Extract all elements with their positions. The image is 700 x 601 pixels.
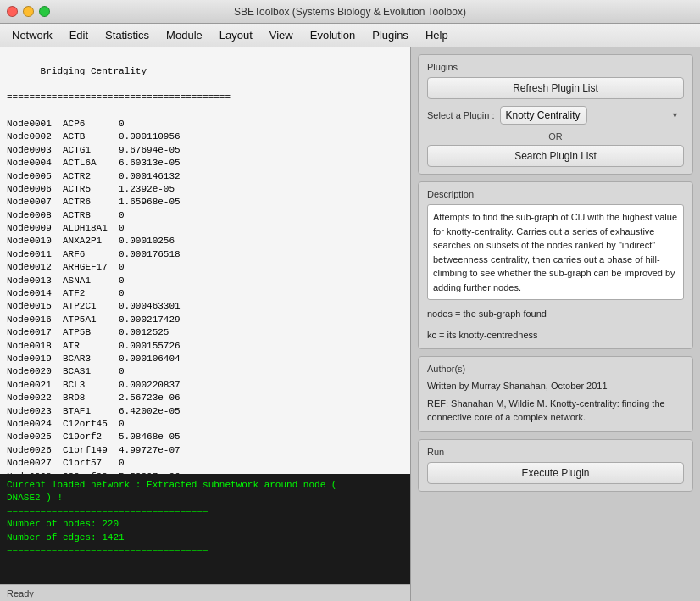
close-button[interactable] xyxy=(7,6,18,17)
console-line2: DNASE2 ) ! xyxy=(7,492,403,504)
console-line1: Current loaded network : Extracted subne… xyxy=(7,479,403,492)
menu-layout[interactable]: Layout xyxy=(211,26,261,44)
authors-section-title: Author(s) xyxy=(427,364,684,374)
run-section-title: Run xyxy=(427,447,684,457)
data-header: Bridging Centrality xyxy=(41,66,147,76)
description-nodes: nodes = the sub-graph found xyxy=(427,307,684,321)
status-text: Ready xyxy=(7,588,34,598)
menu-statistics[interactable]: Statistics xyxy=(97,26,158,44)
plugin-select-wrapper[interactable]: Knotty Centrality xyxy=(500,106,685,125)
author-ref: REF: Shanahan M, Wildie M. Knotty-centra… xyxy=(427,397,684,425)
menu-module[interactable]: Module xyxy=(158,26,211,44)
plugin-select[interactable]: Knotty Centrality xyxy=(500,106,587,125)
or-divider: OR xyxy=(427,131,684,142)
console-nodes: Number of nodes: 220 xyxy=(7,518,403,531)
menu-plugins[interactable]: Plugins xyxy=(364,26,417,44)
select-plugin-row: Select a Plugin : Knotty Centrality xyxy=(427,106,684,125)
main-layout: Bridging Centrality ====================… xyxy=(0,47,700,601)
authors-section: Author(s) Written by Murray Shanahan, Oc… xyxy=(418,356,693,432)
menu-help[interactable]: Help xyxy=(417,26,457,44)
window-title: SBEToolbox (Systems Biology & Evolution … xyxy=(234,6,466,18)
status-bar: Ready xyxy=(0,584,410,601)
menu-view[interactable]: View xyxy=(261,26,302,44)
data-area[interactable]: Bridging Centrality ====================… xyxy=(0,47,410,474)
execute-plugin-button[interactable]: Execute Plugin xyxy=(427,462,684,484)
menu-evolution[interactable]: Evolution xyxy=(302,26,364,44)
description-kc: kc = its knotty-centredness xyxy=(427,328,684,342)
description-section: Description Attempts to find the sub-gra… xyxy=(418,181,693,349)
console-area[interactable]: Current loaded network : Extracted subne… xyxy=(0,474,410,584)
menu-network[interactable]: Network xyxy=(3,26,61,44)
run-section: Run Execute Plugin xyxy=(418,439,693,492)
title-bar: SBEToolbox (Systems Biology & Evolution … xyxy=(0,0,700,24)
plugins-section-title: Plugins xyxy=(427,62,684,72)
select-plugin-label: Select a Plugin : xyxy=(427,110,495,120)
window-controls[interactable] xyxy=(7,6,50,17)
data-separator: ======================================== xyxy=(7,92,231,103)
refresh-plugin-button[interactable]: Refresh Plugin List xyxy=(427,77,684,99)
right-panel: Plugins Refresh Plugin List Select a Plu… xyxy=(411,47,700,601)
maximize-button[interactable] xyxy=(39,6,50,17)
author-name: Written by Murray Shanahan, October 2011 xyxy=(427,379,684,393)
minimize-button[interactable] xyxy=(23,6,34,17)
plugins-section: Plugins Refresh Plugin List Select a Plu… xyxy=(418,54,693,175)
menu-edit[interactable]: Edit xyxy=(61,26,97,44)
console-separator1: ==================================== xyxy=(7,505,403,518)
menu-bar: Network Edit Statistics Module Layout Vi… xyxy=(0,24,700,47)
left-panel: Bridging Centrality ====================… xyxy=(0,47,411,601)
description-text: Attempts to find the sub-graph of CIJ wi… xyxy=(427,204,684,300)
console-edges: Number of edges: 1421 xyxy=(7,531,403,544)
description-section-title: Description xyxy=(427,189,684,199)
console-separator2: ==================================== xyxy=(7,544,403,557)
search-plugin-button[interactable]: Search Plugin List xyxy=(427,145,684,167)
data-rows: Node0001 ACP6 0 Node0002 ACTB 0.00011095… xyxy=(7,119,181,474)
